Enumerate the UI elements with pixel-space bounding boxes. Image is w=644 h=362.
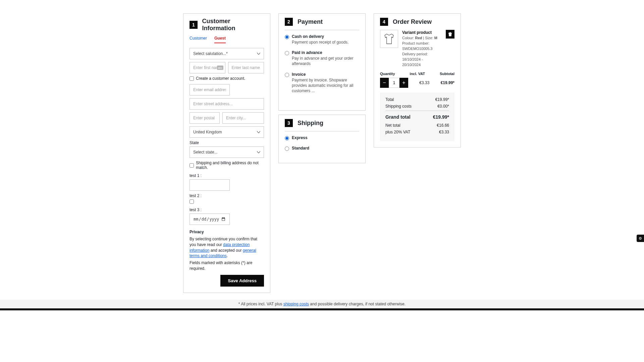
quantity-input[interactable]: [389, 78, 399, 88]
checkout-page: 1 Customer Information Customer Guest Se…: [0, 0, 644, 300]
payment-option-desc: Pay in advance and get your order afterw…: [292, 56, 359, 66]
city-input[interactable]: [222, 112, 264, 124]
divider: [285, 30, 359, 30]
payment-radio-advance[interactable]: [285, 51, 289, 55]
step-title: Shipping: [298, 120, 323, 127]
state-select[interactable]: Select state...: [190, 146, 264, 158]
totals-box: Total€19.99* Shipping costs€0.00* Grand …: [380, 93, 454, 141]
ship-bill-diff-checkbox[interactable]: [190, 163, 194, 168]
remove-item-button[interactable]: [446, 30, 454, 39]
quantity-stepper: − +: [380, 78, 408, 88]
test1-label: test 1 :: [190, 173, 264, 178]
step-title: Customer Information: [202, 18, 264, 32]
privacy-text: By selecting continue you confirm that y…: [190, 236, 264, 259]
create-account-checkbox[interactable]: [190, 76, 194, 81]
payment-radio-cod[interactable]: [285, 35, 289, 39]
step-title: Payment: [298, 18, 323, 25]
shipping-option: Standard: [285, 146, 359, 151]
test3-label: test 3 :: [190, 207, 264, 212]
shipping-option-title: Standard: [292, 146, 309, 150]
postal-input[interactable]: [190, 112, 220, 124]
payment-option-title: Paid in advance: [292, 50, 359, 55]
payment-option: Cash on delivery Payment upon receipt of…: [285, 34, 359, 45]
payment-option: Paid in advance Pay in advance and get y…: [285, 50, 359, 66]
quantity-decrease-button[interactable]: −: [380, 78, 389, 88]
shirt-icon: [382, 32, 396, 46]
shipping-value: €0.00*: [437, 104, 449, 109]
shipping-panel: 3 Shipping Express Standard: [278, 115, 366, 163]
debug-toolbar-icon[interactable]: ⚙: [637, 235, 644, 242]
shipping-label: Shipping costs: [385, 104, 412, 109]
grand-total-value: €19.99*: [433, 114, 449, 120]
product-info: Variant product Colour: Red | Size: M Pr…: [402, 30, 442, 68]
subtotal-header: Subtotal: [440, 72, 454, 76]
tab-guest[interactable]: Guest: [214, 36, 226, 43]
vat-label: plus 20% VAT: [385, 130, 410, 134]
step-number: 2: [285, 18, 293, 26]
grand-total-label: Grand total: [385, 114, 411, 120]
country-select[interactable]: United Kingdom: [190, 126, 264, 138]
customer-information-panel: 1 Customer Information Customer Guest Se…: [183, 13, 270, 293]
last-name-input[interactable]: [228, 62, 264, 73]
customer-tabs: Customer Guest: [190, 36, 264, 43]
shipping-option: Express: [285, 135, 359, 140]
total-label: Total: [385, 97, 394, 102]
payment-option: Invoice Payment by invoice. Shopware pro…: [285, 72, 359, 94]
middle-column: 2 Payment Cash on delivery Payment upon …: [278, 13, 366, 163]
step-number: 4: [380, 18, 388, 26]
line-item-values: − + €3.33 €19.99*: [380, 78, 454, 88]
shipping-costs-link[interactable]: shipping costs: [283, 302, 309, 306]
product-thumbnail: [380, 30, 398, 48]
tab-customer[interactable]: Customer: [190, 36, 207, 43]
net-label: Net total: [385, 123, 400, 128]
street-input[interactable]: [190, 98, 264, 110]
order-review-panel: 4 Order Review Variant product Colour: R…: [374, 13, 461, 147]
salutation-select[interactable]: Select salutation...*: [190, 48, 264, 59]
save-address-button[interactable]: Save Address: [220, 275, 264, 287]
ship-bill-diff-label: Shipping and billing address do not matc…: [196, 161, 264, 170]
net-value: €16.66: [437, 123, 449, 128]
payment-option-desc: Payment upon receipt of goods.: [292, 40, 348, 45]
test1-input[interactable]: [190, 179, 230, 191]
shipping-radio-express[interactable]: [285, 136, 289, 140]
vat-value: €3.33: [439, 130, 449, 134]
payment-option-desc: Payment by invoice. Shopware provides au…: [292, 77, 359, 94]
total-value: €19.99*: [435, 97, 449, 102]
required-fields-note: Fields marked with asterisks (*) are req…: [190, 260, 264, 272]
qty-header: Quantity: [380, 72, 395, 76]
payment-option-title: Invoice: [292, 72, 359, 77]
step-number: 3: [285, 119, 293, 127]
divider: [285, 131, 359, 131]
shipping-option-title: Express: [292, 135, 308, 140]
footer-price-note: * All prices incl. VAT plus shipping cos…: [0, 300, 644, 310]
line-vat: €3.33: [419, 80, 429, 85]
line-item-headers: Quantity incl. VAT Subtotal: [380, 72, 454, 76]
test3-date-input[interactable]: [190, 214, 230, 225]
trash-icon: [448, 32, 452, 37]
vat-header: incl. VAT: [410, 72, 425, 76]
line-subtotal: €19.99*: [441, 80, 454, 85]
shipping-radio-standard[interactable]: [285, 146, 289, 151]
test2-checkbox[interactable]: [190, 199, 194, 204]
product-name: Variant product: [402, 30, 442, 36]
step-header: 1 Customer Information: [190, 18, 264, 32]
autofill-badge-icon: abc: [217, 66, 223, 70]
step-title: Order Review: [393, 18, 432, 25]
step-number: 1: [190, 21, 198, 29]
create-account-label: Create a customer account.: [196, 76, 245, 81]
quantity-increase-button[interactable]: +: [399, 78, 408, 88]
privacy-heading: Privacy: [190, 230, 264, 234]
test2-label: test 2 :: [190, 193, 264, 198]
payment-radio-invoice[interactable]: [285, 73, 289, 77]
payment-option-title: Cash on delivery: [292, 34, 348, 39]
email-input[interactable]: [190, 84, 230, 96]
payment-panel: 2 Payment Cash on delivery Payment upon …: [278, 13, 366, 111]
state-label: State: [190, 140, 264, 145]
cart-line-item: Variant product Colour: Red | Size: M Pr…: [380, 30, 454, 68]
